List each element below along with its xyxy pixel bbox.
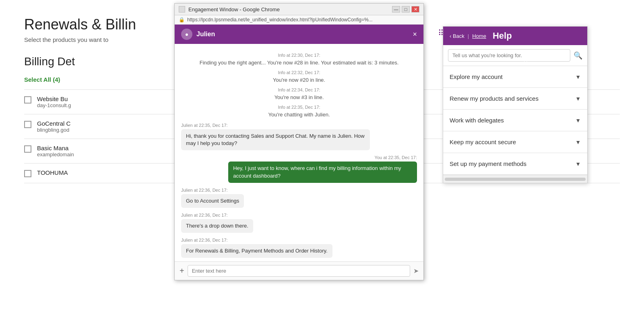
message-bubble: Hey, I just want to know, where can i fi… <box>228 162 417 182</box>
info-time: Info at 22:35, Dec 17: <box>181 105 417 110</box>
help-close-button[interactable]: × <box>523 56 528 64</box>
attach-button[interactable]: + <box>180 266 184 276</box>
chat-window: Engagement Window - Google Chrome — □ ✕ … <box>174 3 424 280</box>
checkbox-3[interactable] <box>24 145 31 153</box>
help-item-label: Explore my account <box>450 73 503 80</box>
chat-window-title: Engagement Window - Google Chrome <box>188 6 389 12</box>
help-item-label: Renew my products and services <box>450 95 539 102</box>
agent-name: Julien <box>196 31 215 38</box>
chevron-down-icon: ▼ <box>575 161 581 167</box>
browser-icon <box>179 6 185 12</box>
message-meta: Julien at 22:35, Dec 17: <box>181 123 417 128</box>
chevron-down-icon: ▼ <box>575 95 581 102</box>
message-bubble: For Renewals & Billing, Payment Methods … <box>181 244 332 258</box>
item-name-3: Basic Mana <box>37 145 74 151</box>
url-bar: 🔒 https://lpcdn.lpsnmedia.net/le_unified… <box>175 15 423 25</box>
info-time: Info at 22:34, Dec 17: <box>181 87 417 92</box>
message-meta: Julien at 22:36, Dec 17: <box>181 238 417 242</box>
agent-message: Julien at 22:35, Dec 17:Hi, thank you fo… <box>181 123 417 150</box>
agent-avatar: ● <box>181 29 192 40</box>
back-button[interactable]: ‹ Back <box>450 33 464 39</box>
message-meta: You at 22:35, Dec 17: <box>181 155 417 160</box>
help-search-button[interactable]: 🔍 <box>574 51 582 60</box>
horizontal-scrollbar[interactable] <box>445 178 586 181</box>
info-text: Finding you the right agent... You're no… <box>200 60 399 66</box>
close-window-button[interactable]: ✕ <box>411 6 419 12</box>
info-message: Info at 22:32, Dec 17:You're now #20 in … <box>181 70 417 83</box>
send-button[interactable]: ➤ <box>413 267 419 275</box>
message-meta: Julien at 22:36, Dec 17: <box>181 213 417 218</box>
agent-message: Julien at 22:36, Dec 17:There's a drop d… <box>181 213 417 233</box>
info-time: Info at 22:30, Dec 17: <box>181 53 417 58</box>
chat-titlebar: Engagement Window - Google Chrome — □ ✕ <box>175 4 423 15</box>
info-message: Info at 22:34, Dec 17:You're now #3 in l… <box>181 87 417 101</box>
help-search-bar: 🔍 <box>443 45 587 66</box>
info-time: Info at 22:32, Dec 17: <box>181 70 417 75</box>
info-text: You're chatting with Julien. <box>268 112 330 118</box>
info-message: Info at 22:35, Dec 17:You're chatting wi… <box>181 105 417 118</box>
help-item-label: Work with delegates <box>450 117 504 124</box>
help-title: Help <box>493 31 512 41</box>
message-meta: Julien at 22:36, Dec 17: <box>181 188 417 193</box>
help-items-list: Explore my account▼Renew my products and… <box>443 66 587 175</box>
chevron-down-icon: ▼ <box>575 139 581 145</box>
chat-header: ● Julien × <box>175 25 423 44</box>
agent-message: Julien at 22:36, Dec 17:For Renewals & B… <box>181 238 417 258</box>
help-item[interactable]: Work with delegates▼ <box>443 110 587 131</box>
chat-messages: Info at 22:30, Dec 17:Finding you the ri… <box>175 44 423 261</box>
checkbox-2[interactable] <box>24 121 31 128</box>
help-item[interactable]: Set up my payment methods▼ <box>443 153 587 175</box>
item-domain-3: exampledomain <box>37 151 74 157</box>
checkbox-4[interactable] <box>24 170 31 177</box>
message-bubble: Hi, thank you for contacting Sales and S… <box>181 129 370 150</box>
item-name-4: TOOHUMA <box>37 169 68 176</box>
agent-message: Julien at 22:36, Dec 17:Go to Account Se… <box>181 188 417 208</box>
checkbox-1[interactable] <box>24 96 31 104</box>
help-search-input[interactable] <box>448 49 570 62</box>
help-item-label: Keep my account secure <box>450 139 516 145</box>
minimize-button[interactable]: — <box>392 6 400 12</box>
chat-input-area: + ➤ <box>175 261 423 280</box>
maximize-button[interactable]: □ <box>402 6 410 12</box>
message-bubble: Go to Account Settings <box>181 194 244 208</box>
scrollbar-area <box>443 175 587 183</box>
help-panel: ‹ Back | Home Help × 🔍 Explore my accoun… <box>443 26 588 183</box>
info-text: You're now #20 in line. <box>273 77 325 83</box>
window-controls: — □ ✕ <box>392 6 419 12</box>
item-domain-1: day-1consult.g <box>37 102 71 108</box>
help-header: ‹ Back | Home Help × <box>443 27 587 45</box>
info-message: Info at 22:30, Dec 17:Finding you the ri… <box>181 53 417 66</box>
chat-input[interactable] <box>188 265 410 277</box>
item-domain-2: blingbling.god <box>37 127 70 133</box>
info-text: You're now #3 in line. <box>275 94 324 100</box>
user-message: You at 22:35, Dec 17:Hey, I just want to… <box>181 155 417 182</box>
message-bubble: There's a drop down there. <box>181 219 253 233</box>
home-link[interactable]: Home <box>472 33 486 39</box>
help-item[interactable]: Explore my account▼ <box>443 66 587 88</box>
chevron-down-icon: ▼ <box>575 74 581 80</box>
item-name-1: Website Bu <box>37 95 71 102</box>
chat-close-button[interactable]: × <box>413 30 417 39</box>
help-item[interactable]: Renew my products and services▼ <box>443 88 587 110</box>
nav-divider: | <box>468 33 469 39</box>
item-name-2: GoCentral C <box>37 120 70 127</box>
help-item[interactable]: Keep my account secure▼ <box>443 131 587 153</box>
lock-icon: 🔒 <box>179 17 185 23</box>
chevron-down-icon: ▼ <box>575 117 581 124</box>
help-item-label: Set up my payment methods <box>450 160 526 167</box>
url-text: https://lpcdn.lpsnmedia.net/le_unified_w… <box>187 17 373 23</box>
